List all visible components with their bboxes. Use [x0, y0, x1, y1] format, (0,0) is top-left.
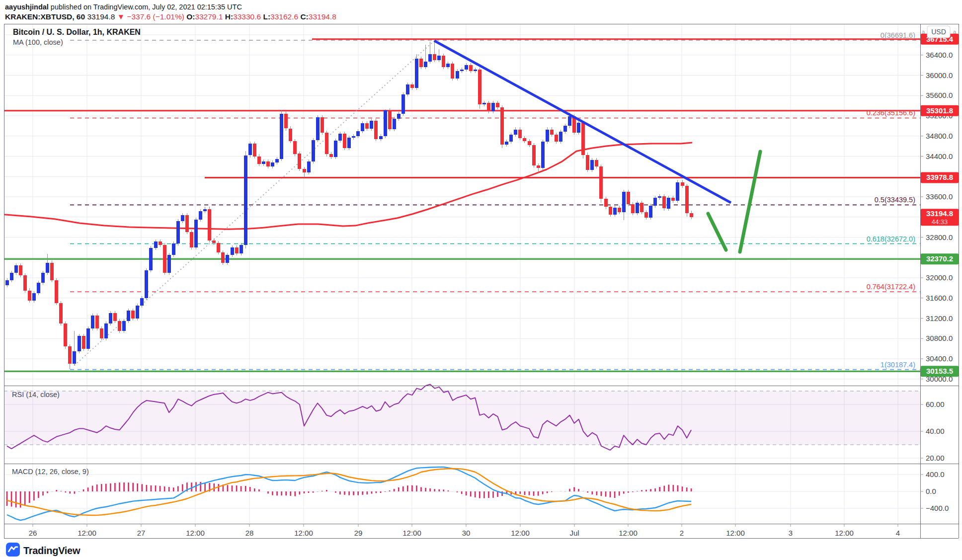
svg-text:400.0: 400.0: [926, 470, 945, 479]
svg-text:0.764(31722.4): 0.764(31722.4): [867, 283, 915, 291]
svg-text:USD: USD: [931, 28, 946, 36]
chart-canvas[interactable]: 30000.030400.030800.031200.031600.032000…: [0, 0, 962, 560]
blue-trendline[interactable]: [434, 41, 731, 203]
svg-text:30: 30: [462, 529, 471, 537]
svg-text:20.00: 20.00: [926, 454, 945, 462]
svg-text:33978.8: 33978.8: [926, 173, 953, 181]
svg-text:0.236(35156.6): 0.236(35156.6): [867, 109, 915, 117]
svg-text:34400.0: 34400.0: [926, 152, 953, 160]
svg-text:0.0: 0.0: [926, 487, 936, 495]
fib-retracement[interactable]: [70, 40, 920, 370]
chart-title: Bitcoin / U. S. Dollar, 1h, KRAKEN: [13, 28, 141, 37]
svg-text:0(36691.6): 0(36691.6): [881, 31, 915, 39]
svg-text:34800.0: 34800.0: [926, 132, 953, 140]
svg-text:31200.0: 31200.0: [926, 314, 953, 322]
price-axis[interactable]: 30000.030400.030800.031200.031600.032000…: [920, 26, 959, 512]
svg-text:35301.8: 35301.8: [926, 106, 953, 115]
svg-text:30800.0: 30800.0: [926, 334, 953, 342]
svg-text:12:00: 12:00: [726, 529, 745, 537]
svg-text:Jul: Jul: [569, 529, 579, 537]
svg-text:32000.0: 32000.0: [926, 273, 953, 282]
tradingview-logo-icon: [6, 543, 20, 559]
svg-text:4: 4: [896, 529, 900, 537]
svg-text:3: 3: [789, 529, 793, 537]
svg-text:12:00: 12:00: [511, 529, 530, 537]
svg-text:31600.0: 31600.0: [926, 294, 953, 302]
svg-text:44:33: 44:33: [932, 218, 948, 226]
svg-text:32800.0: 32800.0: [926, 233, 953, 241]
svg-text:1(30187.4): 1(30187.4): [881, 361, 915, 369]
svg-text:30153.5: 30153.5: [926, 367, 953, 375]
svg-text:35600.0: 35600.0: [926, 91, 953, 99]
svg-text:12:00: 12:00: [78, 529, 96, 537]
svg-text:26: 26: [29, 529, 37, 537]
fib-labels: 0(36691.6)0.236(35156.6)0.5(33439.5)0.61…: [867, 31, 915, 369]
green-arrow-1[interactable]: [708, 214, 726, 250]
macd-histogram: [7, 482, 691, 508]
tradingview-logo-text: TradingView: [23, 545, 80, 557]
rsi-study-label[interactable]: RSI (14, close): [12, 391, 60, 399]
svg-text:a: a: [922, 29, 925, 35]
svg-text:60.00: 60.00: [926, 400, 945, 408]
macd-study-label[interactable]: MACD (12, 26, close, 9): [12, 468, 89, 476]
svg-text:12:00: 12:00: [186, 529, 205, 537]
ma-study-label: MA (100, close): [13, 38, 141, 46]
svg-text:0.5(33439.5): 0.5(33439.5): [875, 196, 915, 204]
svg-text:0.618(32672.0): 0.618(32672.0): [867, 235, 915, 243]
svg-text:40.00: 40.00: [926, 427, 945, 435]
svg-text:12:00: 12:00: [619, 529, 638, 537]
svg-text:33600.0: 33600.0: [926, 192, 953, 201]
horizontal-lines[interactable]: [4, 39, 920, 371]
svg-text:32370.2: 32370.2: [926, 254, 953, 263]
svg-text:12:00: 12:00: [402, 529, 421, 537]
tradingview-snapshot: aayushjindal published on TradingView.co…: [0, 0, 962, 560]
svg-text:−400.0: −400.0: [926, 504, 949, 512]
svg-text:29: 29: [354, 529, 363, 537]
main-pane-legend[interactable]: Bitcoin / U. S. Dollar, 1h, KRAKEN MA (1…: [13, 28, 141, 46]
svg-text:12:00: 12:00: [294, 529, 313, 537]
svg-text:33194.8: 33194.8: [926, 209, 953, 218]
svg-text:36400.0: 36400.0: [926, 51, 953, 59]
svg-text:2: 2: [680, 529, 684, 537]
rsi-band: [4, 391, 920, 445]
grid-layer: [4, 24, 920, 524]
svg-text:28: 28: [245, 529, 254, 537]
time-axis[interactable]: 2612:002712:002812:002912:003012:00Jul12…: [29, 524, 900, 537]
tradingview-logo[interactable]: TradingView: [6, 543, 80, 559]
svg-text:30400.0: 30400.0: [926, 354, 953, 363]
svg-text:36000.0: 36000.0: [926, 71, 953, 80]
green-arrow-2[interactable]: [740, 152, 760, 252]
svg-text:12:00: 12:00: [835, 529, 854, 537]
svg-text:27: 27: [137, 529, 146, 537]
svg-text:a: a: [953, 29, 957, 35]
